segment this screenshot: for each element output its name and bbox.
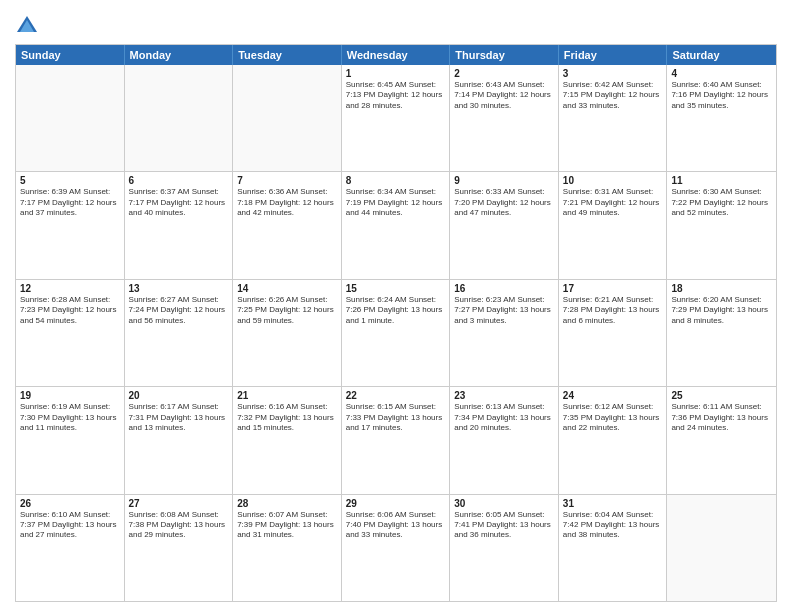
- page: SundayMondayTuesdayWednesdayThursdayFrid…: [0, 0, 792, 612]
- calendar-day-cell: [233, 65, 342, 171]
- calendar-day-cell: 4Sunrise: 6:40 AM Sunset: 7:16 PM Daylig…: [667, 65, 776, 171]
- day-info: Sunrise: 6:15 AM Sunset: 7:33 PM Dayligh…: [346, 402, 446, 433]
- day-info: Sunrise: 6:20 AM Sunset: 7:29 PM Dayligh…: [671, 295, 772, 326]
- day-number: 12: [20, 283, 120, 294]
- weekday-header: Saturday: [667, 45, 776, 65]
- calendar-body: 1Sunrise: 6:45 AM Sunset: 7:13 PM Daylig…: [16, 65, 776, 601]
- calendar-day-cell: 7Sunrise: 6:36 AM Sunset: 7:18 PM Daylig…: [233, 172, 342, 278]
- calendar-day-cell: 20Sunrise: 6:17 AM Sunset: 7:31 PM Dayli…: [125, 387, 234, 493]
- calendar-day-cell: 23Sunrise: 6:13 AM Sunset: 7:34 PM Dayli…: [450, 387, 559, 493]
- day-info: Sunrise: 6:07 AM Sunset: 7:39 PM Dayligh…: [237, 510, 337, 541]
- day-info: Sunrise: 6:31 AM Sunset: 7:21 PM Dayligh…: [563, 187, 663, 218]
- calendar-day-cell: 27Sunrise: 6:08 AM Sunset: 7:38 PM Dayli…: [125, 495, 234, 601]
- day-info: Sunrise: 6:11 AM Sunset: 7:36 PM Dayligh…: [671, 402, 772, 433]
- calendar-day-cell: 2Sunrise: 6:43 AM Sunset: 7:14 PM Daylig…: [450, 65, 559, 171]
- day-info: Sunrise: 6:26 AM Sunset: 7:25 PM Dayligh…: [237, 295, 337, 326]
- calendar-day-cell: [16, 65, 125, 171]
- day-info: Sunrise: 6:19 AM Sunset: 7:30 PM Dayligh…: [20, 402, 120, 433]
- day-number: 9: [454, 175, 554, 186]
- weekday-header: Thursday: [450, 45, 559, 65]
- calendar-day-cell: 22Sunrise: 6:15 AM Sunset: 7:33 PM Dayli…: [342, 387, 451, 493]
- day-info: Sunrise: 6:30 AM Sunset: 7:22 PM Dayligh…: [671, 187, 772, 218]
- weekday-header: Wednesday: [342, 45, 451, 65]
- day-info: Sunrise: 6:08 AM Sunset: 7:38 PM Dayligh…: [129, 510, 229, 541]
- day-number: 6: [129, 175, 229, 186]
- day-number: 15: [346, 283, 446, 294]
- day-info: Sunrise: 6:13 AM Sunset: 7:34 PM Dayligh…: [454, 402, 554, 433]
- day-number: 21: [237, 390, 337, 401]
- day-info: Sunrise: 6:12 AM Sunset: 7:35 PM Dayligh…: [563, 402, 663, 433]
- calendar-day-cell: 28Sunrise: 6:07 AM Sunset: 7:39 PM Dayli…: [233, 495, 342, 601]
- day-info: Sunrise: 6:21 AM Sunset: 7:28 PM Dayligh…: [563, 295, 663, 326]
- day-info: Sunrise: 6:33 AM Sunset: 7:20 PM Dayligh…: [454, 187, 554, 218]
- logo-icon: [15, 14, 39, 38]
- day-info: Sunrise: 6:40 AM Sunset: 7:16 PM Dayligh…: [671, 80, 772, 111]
- calendar-day-cell: 24Sunrise: 6:12 AM Sunset: 7:35 PM Dayli…: [559, 387, 668, 493]
- day-number: 3: [563, 68, 663, 79]
- day-number: 1: [346, 68, 446, 79]
- calendar-day-cell: 21Sunrise: 6:16 AM Sunset: 7:32 PM Dayli…: [233, 387, 342, 493]
- calendar-day-cell: 17Sunrise: 6:21 AM Sunset: 7:28 PM Dayli…: [559, 280, 668, 386]
- calendar-day-cell: 10Sunrise: 6:31 AM Sunset: 7:21 PM Dayli…: [559, 172, 668, 278]
- calendar-day-cell: 16Sunrise: 6:23 AM Sunset: 7:27 PM Dayli…: [450, 280, 559, 386]
- calendar-day-cell: 12Sunrise: 6:28 AM Sunset: 7:23 PM Dayli…: [16, 280, 125, 386]
- day-number: 26: [20, 498, 120, 509]
- day-number: 10: [563, 175, 663, 186]
- day-info: Sunrise: 6:05 AM Sunset: 7:41 PM Dayligh…: [454, 510, 554, 541]
- day-number: 11: [671, 175, 772, 186]
- calendar-day-cell: 9Sunrise: 6:33 AM Sunset: 7:20 PM Daylig…: [450, 172, 559, 278]
- calendar-day-cell: 13Sunrise: 6:27 AM Sunset: 7:24 PM Dayli…: [125, 280, 234, 386]
- day-number: 2: [454, 68, 554, 79]
- day-number: 16: [454, 283, 554, 294]
- weekday-header: Sunday: [16, 45, 125, 65]
- day-number: 19: [20, 390, 120, 401]
- calendar-day-cell: 3Sunrise: 6:42 AM Sunset: 7:15 PM Daylig…: [559, 65, 668, 171]
- day-number: 28: [237, 498, 337, 509]
- day-number: 4: [671, 68, 772, 79]
- day-number: 31: [563, 498, 663, 509]
- calendar-day-cell: 6Sunrise: 6:37 AM Sunset: 7:17 PM Daylig…: [125, 172, 234, 278]
- calendar-day-cell: 18Sunrise: 6:20 AM Sunset: 7:29 PM Dayli…: [667, 280, 776, 386]
- day-number: 5: [20, 175, 120, 186]
- header: [15, 10, 777, 38]
- day-number: 18: [671, 283, 772, 294]
- day-number: 22: [346, 390, 446, 401]
- weekday-header: Friday: [559, 45, 668, 65]
- day-info: Sunrise: 6:27 AM Sunset: 7:24 PM Dayligh…: [129, 295, 229, 326]
- calendar-day-cell: 25Sunrise: 6:11 AM Sunset: 7:36 PM Dayli…: [667, 387, 776, 493]
- day-number: 17: [563, 283, 663, 294]
- weekday-header: Tuesday: [233, 45, 342, 65]
- day-number: 27: [129, 498, 229, 509]
- calendar-day-cell: 19Sunrise: 6:19 AM Sunset: 7:30 PM Dayli…: [16, 387, 125, 493]
- day-info: Sunrise: 6:04 AM Sunset: 7:42 PM Dayligh…: [563, 510, 663, 541]
- day-info: Sunrise: 6:39 AM Sunset: 7:17 PM Dayligh…: [20, 187, 120, 218]
- calendar: SundayMondayTuesdayWednesdayThursdayFrid…: [15, 44, 777, 602]
- calendar-day-cell: 11Sunrise: 6:30 AM Sunset: 7:22 PM Dayli…: [667, 172, 776, 278]
- logo: [15, 14, 41, 38]
- day-number: 8: [346, 175, 446, 186]
- day-number: 20: [129, 390, 229, 401]
- calendar-header: SundayMondayTuesdayWednesdayThursdayFrid…: [16, 45, 776, 65]
- calendar-week-row: 1Sunrise: 6:45 AM Sunset: 7:13 PM Daylig…: [16, 65, 776, 171]
- day-number: 14: [237, 283, 337, 294]
- calendar-day-cell: 5Sunrise: 6:39 AM Sunset: 7:17 PM Daylig…: [16, 172, 125, 278]
- day-number: 23: [454, 390, 554, 401]
- calendar-day-cell: 26Sunrise: 6:10 AM Sunset: 7:37 PM Dayli…: [16, 495, 125, 601]
- day-info: Sunrise: 6:37 AM Sunset: 7:17 PM Dayligh…: [129, 187, 229, 218]
- calendar-week-row: 5Sunrise: 6:39 AM Sunset: 7:17 PM Daylig…: [16, 171, 776, 278]
- calendar-day-cell: 15Sunrise: 6:24 AM Sunset: 7:26 PM Dayli…: [342, 280, 451, 386]
- calendar-day-cell: 30Sunrise: 6:05 AM Sunset: 7:41 PM Dayli…: [450, 495, 559, 601]
- calendar-day-cell: [125, 65, 234, 171]
- day-info: Sunrise: 6:36 AM Sunset: 7:18 PM Dayligh…: [237, 187, 337, 218]
- day-number: 24: [563, 390, 663, 401]
- calendar-day-cell: 14Sunrise: 6:26 AM Sunset: 7:25 PM Dayli…: [233, 280, 342, 386]
- calendar-day-cell: 1Sunrise: 6:45 AM Sunset: 7:13 PM Daylig…: [342, 65, 451, 171]
- calendar-day-cell: 8Sunrise: 6:34 AM Sunset: 7:19 PM Daylig…: [342, 172, 451, 278]
- day-number: 29: [346, 498, 446, 509]
- calendar-day-cell: 31Sunrise: 6:04 AM Sunset: 7:42 PM Dayli…: [559, 495, 668, 601]
- day-info: Sunrise: 6:17 AM Sunset: 7:31 PM Dayligh…: [129, 402, 229, 433]
- day-info: Sunrise: 6:16 AM Sunset: 7:32 PM Dayligh…: [237, 402, 337, 433]
- day-number: 30: [454, 498, 554, 509]
- calendar-week-row: 26Sunrise: 6:10 AM Sunset: 7:37 PM Dayli…: [16, 494, 776, 601]
- day-info: Sunrise: 6:28 AM Sunset: 7:23 PM Dayligh…: [20, 295, 120, 326]
